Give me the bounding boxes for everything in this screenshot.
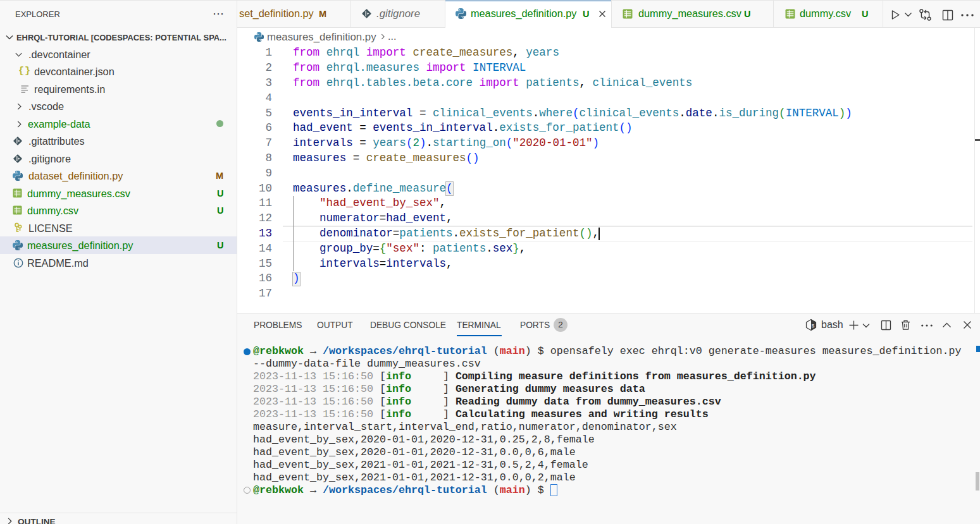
- svg-text:$: $: [812, 323, 815, 329]
